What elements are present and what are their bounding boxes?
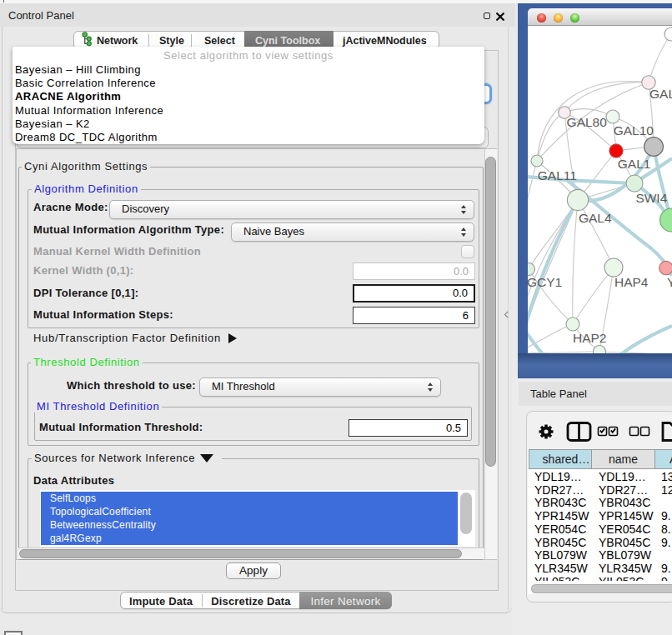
svg-text:GCY1: GCY1	[528, 275, 562, 289]
svg-text:GAL4: GAL4	[579, 211, 612, 225]
svg-text:GAL7: GAL7	[649, 87, 672, 101]
svg-text:HAP2: HAP2	[573, 331, 607, 345]
svg-text:GAL1: GAL1	[618, 157, 651, 171]
svg-text:GAL80: GAL80	[567, 115, 608, 129]
svg-text:HAP4: HAP4	[614, 275, 649, 289]
svg-text:GAL11: GAL11	[538, 168, 577, 182]
svg-text:Y: Y	[667, 275, 672, 289]
svg-text:SWI4: SWI4	[635, 191, 667, 205]
svg-text:GAL10: GAL10	[614, 123, 654, 138]
